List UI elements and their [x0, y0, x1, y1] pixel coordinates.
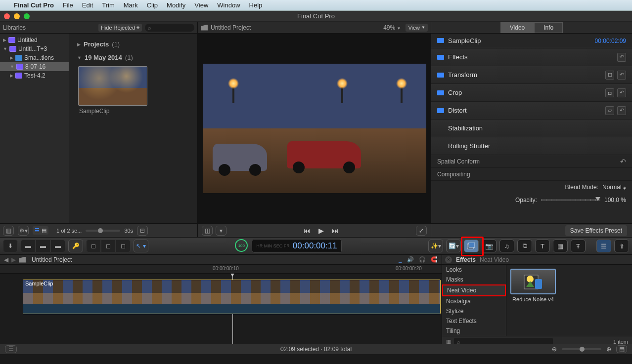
clip-appearance-button[interactable]: ⊟: [137, 226, 148, 236]
photos-browser-button[interactable]: 📷: [482, 240, 497, 252]
library-item[interactable]: ▶Untitled: [0, 36, 69, 44]
reset-icon[interactable]: ↶: [617, 88, 626, 97]
menu-window[interactable]: Window: [217, 1, 240, 9]
timeline-body[interactable]: SampleClip: [0, 274, 442, 347]
inspector-section-crop[interactable]: Crop◘↶: [431, 84, 632, 102]
effects-category[interactable]: Text Effects: [442, 316, 506, 326]
hide-rejected-dropdown[interactable]: Hide Rejected ◈: [98, 24, 142, 32]
library-item[interactable]: ▼8-07-16: [0, 62, 69, 71]
inspector-tab-info[interactable]: Info: [534, 22, 563, 33]
clip-appearance-toggle[interactable]: ▤: [616, 345, 627, 353]
inspector-section-rolling-shutter[interactable]: Rolling Shutter: [431, 137, 632, 155]
retime-menu-button[interactable]: 🔄▾: [446, 240, 461, 252]
viewer-view-menu[interactable]: View ▼: [406, 24, 428, 32]
event-heading[interactable]: ▼ 19 May 2014 (1): [73, 51, 193, 64]
tool-icon[interactable]: ▱: [605, 106, 614, 115]
solo-toggle[interactable]: 🎧: [419, 256, 426, 263]
generators-browser-button[interactable]: ▦: [553, 240, 568, 252]
menu-mark[interactable]: Mark: [124, 1, 138, 9]
menu-clip[interactable]: Clip: [147, 1, 158, 9]
prev-edit-button[interactable]: ⏮: [304, 227, 311, 235]
connect-clip-button[interactable]: ▬: [21, 240, 36, 252]
effects-category[interactable]: Nostalgia: [442, 296, 506, 306]
timeline-ruler[interactable]: 00:00:00:1000:00:00:20: [0, 265, 442, 274]
thumb-size-slider[interactable]: [86, 230, 120, 232]
library-item[interactable]: ▶Test-4.2: [0, 71, 69, 80]
timeline-index-button[interactable]: ☰: [596, 240, 611, 252]
next-edit-button[interactable]: ⏭: [332, 227, 339, 235]
select-tool-button[interactable]: ↖ ▾: [134, 240, 148, 252]
spatial-conform-row[interactable]: Spatial Conform↶: [431, 155, 632, 168]
opacity-slider[interactable]: [541, 199, 600, 201]
insert-clip-button[interactable]: ▬: [36, 240, 50, 252]
menu-edit[interactable]: Edit: [82, 1, 93, 9]
import-button[interactable]: ⬇: [3, 240, 18, 252]
inspector-section-stabilization[interactable]: Stabilization: [431, 120, 632, 137]
clip-thumbnail[interactable]: [78, 66, 147, 106]
tool-icon[interactable]: ⊡: [605, 71, 614, 80]
settings-gear-button[interactable]: ⚙▾: [18, 226, 29, 236]
menu-modify[interactable]: Modify: [167, 1, 185, 9]
music-browser-button[interactable]: ♫: [499, 240, 514, 252]
menu-trim[interactable]: Trim: [102, 1, 115, 9]
reset-icon[interactable]: ↶: [617, 71, 626, 80]
tool-a[interactable]: ◻: [86, 240, 101, 252]
effects-category[interactable]: Stylize: [442, 306, 506, 316]
viewer-zoom-menu[interactable]: 49% ▼: [383, 24, 401, 31]
timeline-history-back[interactable]: ◀: [4, 256, 8, 263]
inspector-section-effects[interactable]: Effects↶: [431, 48, 632, 66]
reset-icon[interactable]: ↶: [620, 158, 626, 165]
append-clip-button[interactable]: ▬: [50, 240, 65, 252]
effect-item-thumbnail[interactable]: [510, 269, 556, 294]
inspector-section-distort[interactable]: Distort▱↶: [431, 102, 632, 120]
tool-b[interactable]: ◻: [101, 240, 116, 252]
timeline-history-fwd[interactable]: ▶: [11, 256, 16, 263]
zoom-in-button[interactable]: ⊕: [606, 346, 611, 353]
libraries-search[interactable]: ⌕: [145, 24, 194, 32]
zoom-window-button[interactable]: [24, 13, 30, 19]
effects-category[interactable]: Masks: [442, 275, 506, 284]
menu-file[interactable]: File: [63, 1, 73, 9]
titles-browser-button[interactable]: T: [535, 240, 550, 252]
inspector-section-transform[interactable]: Transform⊡↶: [431, 66, 632, 84]
enhance-menu-button[interactable]: ✨▾: [428, 240, 443, 252]
library-item[interactable]: ▶Sma...tions: [0, 53, 69, 62]
play-button[interactable]: ▶: [318, 227, 324, 235]
library-item[interactable]: ▼Untitl...T+3: [0, 44, 69, 53]
menu-help[interactable]: Help: [249, 1, 263, 9]
transitions-browser-button[interactable]: ⧉: [517, 240, 532, 252]
timeline-index-toggle[interactable]: ☰: [5, 345, 17, 353]
tool-c[interactable]: ◻: [116, 240, 131, 252]
view-mode-segment[interactable]: ☰▤: [33, 226, 48, 235]
transform-dropdown[interactable]: ▾: [216, 226, 226, 236]
filmstrip-mode-button[interactable]: ▥: [3, 226, 14, 236]
zoom-out-button[interactable]: ⊖: [552, 346, 557, 353]
timecode-display[interactable]: HR MIN SEC FR 00:00:00:11: [252, 239, 341, 253]
minimize-window-button[interactable]: [14, 13, 20, 19]
reset-icon[interactable]: ↶: [617, 106, 626, 115]
audio-skimming-toggle[interactable]: 🔊: [407, 256, 414, 263]
effects-category[interactable]: Tiling: [442, 326, 506, 336]
app-name[interactable]: Final Cut Pro: [14, 1, 54, 9]
close-window-button[interactable]: [4, 13, 10, 19]
snapping-toggle[interactable]: 🧲: [431, 256, 438, 263]
timeline-clip[interactable]: SampleClip: [23, 280, 441, 314]
skimming-toggle[interactable]: ⎯: [399, 257, 402, 263]
themes-browser-button[interactable]: Ŧ: [571, 240, 586, 252]
transform-tool-button[interactable]: ◫: [202, 226, 213, 236]
effects-category[interactable]: Looks: [442, 265, 506, 275]
keyword-button[interactable]: 🔑: [68, 240, 83, 252]
save-effects-preset-button[interactable]: Save Effects Preset: [565, 225, 627, 236]
clear-search-icon[interactable]: ×: [445, 256, 452, 263]
tool-icon[interactable]: ◘: [605, 88, 614, 97]
viewer-canvas[interactable]: [198, 34, 431, 223]
inspector-tab-video[interactable]: Video: [500, 22, 534, 33]
background-tasks-dial[interactable]: 100: [235, 239, 248, 252]
reset-icon[interactable]: ↶: [617, 53, 626, 62]
blend-mode-value[interactable]: Normal ◈: [602, 184, 626, 191]
share-button[interactable]: ⇪: [614, 240, 629, 252]
compositing-row[interactable]: Compositing: [431, 168, 632, 181]
menu-view[interactable]: View: [194, 1, 208, 9]
fullscreen-button[interactable]: ⤢: [416, 226, 427, 236]
effects-category[interactable]: Neat Video: [442, 284, 506, 296]
